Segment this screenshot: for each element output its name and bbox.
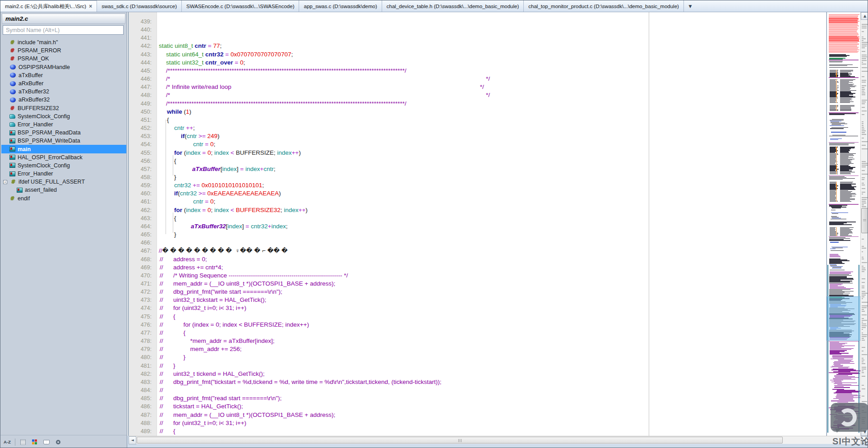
- symbol-item-bsp-psram-readdata[interactable]: BSP_PSRAM_ReadData: [1, 129, 126, 137]
- code-line-455[interactable]: 455:for (index = 0; index < BUFFERSIZE; …: [129, 149, 826, 157]
- symbol-item-buffersize32[interactable]: BUFFERSIZE32: [1, 104, 126, 112]
- symbol-item-arxbuffer32[interactable]: aRxBuffer32: [1, 96, 126, 104]
- symbol-groups-button[interactable]: [31, 438, 39, 446]
- symbol-item-atxbuffer32[interactable]: aTxBuffer32: [1, 88, 126, 96]
- horizontal-scrollbar-thumb[interactable]: [137, 437, 783, 443]
- tab-2[interactable]: swas_sdk.c (D:\swassdk\source): [97, 0, 182, 12]
- symbol-item-ifdef-use-full-assert[interactable]: -ifdef USE_FULL_ASSERT: [1, 178, 126, 186]
- code-line-462[interactable]: 462:for (index = 0; index < BUFFERSIZE32…: [129, 206, 826, 214]
- symbol-item-systemclock-config[interactable]: SystemClock_Config: [1, 162, 126, 170]
- code-overview-minimap[interactable]: [826, 12, 860, 436]
- code-line-439[interactable]: 439:: [129, 18, 826, 26]
- scroll-left-arrow-icon[interactable]: ◄: [129, 436, 136, 444]
- code-line-461[interactable]: 461:cntr = 0;: [129, 198, 826, 206]
- vertical-scrollbar[interactable]: ▲ ▼: [860, 12, 868, 436]
- code-line-479[interactable]: 479:// mem_addr += 256;: [129, 345, 826, 353]
- panel-divider[interactable]: [127, 12, 129, 436]
- code-line-477[interactable]: 477:// {: [129, 329, 826, 337]
- code-line-480[interactable]: 480:// }: [129, 353, 826, 361]
- tab-1-active[interactable]: main2.c (E:\公共库halib相关\...\Src)×: [0, 0, 97, 12]
- code-line-485[interactable]: 485:// dbg_print_fmt("read start =======…: [129, 394, 826, 402]
- code-line-448[interactable]: 448:/**/: [129, 91, 826, 99]
- symbol-item-arxbuffer[interactable]: aRxBuffer: [1, 79, 126, 88]
- code-line-487[interactable]: 487:// mem_addr = (__IO uint8_t *)(OCTOS…: [129, 411, 826, 419]
- tab-5[interactable]: chal_device_table.h (D:\swassdk\...\demo…: [382, 0, 524, 12]
- code-line-472[interactable]: 472:// dbg_print_fmt("write start ======…: [129, 288, 826, 296]
- code-line-442[interactable]: 442:static uint8_t cntr = 77;: [129, 42, 826, 50]
- tab-6[interactable]: chal_top_monitor_product.c (D:\swassdk\.…: [524, 0, 684, 12]
- code-line-447[interactable]: 447:/* Infinite write/read loop*/: [129, 83, 826, 91]
- scroll-up-arrow-icon[interactable]: ▲: [861, 12, 868, 20]
- horizontal-scrollbar[interactable]: ◄ ►: [129, 436, 868, 444]
- code-line-451[interactable]: 451:{: [129, 116, 826, 124]
- scroll-right-arrow-icon[interactable]: ►: [861, 436, 868, 444]
- line-number: 480:: [129, 353, 154, 361]
- symbol-item-include-main-h-[interactable]: include "main.h": [1, 38, 126, 46]
- code-line-450[interactable]: 450:while (1): [129, 108, 826, 116]
- code-line-453[interactable]: 453:if(cntr >= 249): [129, 132, 826, 140]
- symbol-item-main[interactable]: main: [1, 145, 126, 153]
- tab-close-icon[interactable]: ×: [89, 4, 92, 9]
- code-line-486[interactable]: 486:// tickstart = HAL_GetTick();: [129, 402, 826, 411]
- symbol-item-psram-error[interactable]: PSRAM_ERROR: [1, 46, 126, 55]
- code-line-489[interactable]: 489:// {: [129, 427, 826, 435]
- symbol-item-assert-failed[interactable]: assert_failed: [1, 186, 126, 194]
- code-line-440[interactable]: 440:: [129, 26, 826, 34]
- code-line-449[interactable]: 449:/***********************************…: [129, 100, 826, 108]
- code-line-473[interactable]: 473:// uint32_t tickstart = HAL_GetTick(…: [129, 296, 826, 304]
- tab-overflow-chevron-down-icon[interactable]: ▼: [684, 0, 697, 12]
- code-line-471[interactable]: 471:// mem_addr = (__IO uint8_t *)(OCTOS…: [129, 280, 826, 288]
- tree-collapse-minus-icon[interactable]: -: [3, 180, 7, 184]
- settings-gear-button[interactable]: [54, 438, 62, 446]
- minimap-viewport-highlight[interactable]: [827, 296, 861, 341]
- tab-4[interactable]: app_swas.c (D:\swassdk\demo): [299, 0, 382, 12]
- symbol-item-error-handler[interactable]: Error_Handler: [1, 170, 126, 178]
- symbol-item-error-handler[interactable]: Error_Handler: [1, 120, 126, 129]
- symbol-item-endif[interactable]: endif: [1, 194, 126, 203]
- code-line-459[interactable]: 459:cntr32 += 0x0101010101010101;: [129, 181, 826, 189]
- code-line-475[interactable]: 475:// {: [129, 313, 826, 321]
- code-line-460[interactable]: 460:if(cntr32 >= 0xEAEAEAEAEAEAEAEA): [129, 189, 826, 198]
- vertical-scrollbar-thumb[interactable]: [861, 208, 868, 233]
- symbol-item-psram-ok[interactable]: PSRAM_OK: [1, 55, 126, 63]
- code-line-468[interactable]: 468:// address = 0;: [129, 255, 826, 263]
- scroll-down-arrow-icon[interactable]: ▼: [861, 428, 868, 436]
- code-line-464[interactable]: 464:aTxBuffer32[index] = cntr32+index;: [129, 222, 826, 231]
- code-line-446[interactable]: 446:/**/: [129, 75, 826, 83]
- code-line-443[interactable]: 443:static uint64_t cntr32 = 0x070707070…: [129, 51, 826, 59]
- symbol-item-systemclock-config[interactable]: SystemClock_Config: [1, 112, 126, 120]
- tab-3[interactable]: SWASEncode.c (D:\swassdk\...\SWASEncode): [182, 0, 299, 12]
- code-line-476[interactable]: 476:// for (index = 0; index < BUFFERSIZ…: [129, 321, 826, 329]
- code-line-463[interactable]: 463:{: [129, 214, 826, 222]
- code-line-469[interactable]: 469:// address += cntr*4;: [129, 263, 826, 272]
- code-line-444[interactable]: 444:static uint32_t cntr_over = 0;: [129, 59, 826, 67]
- code-line-474[interactable]: 474:// for (uint32_t i=0; i< 31; i++): [129, 304, 826, 312]
- code-line-457[interactable]: 457:aTxBuffer[index] = index+cntr;: [129, 165, 826, 173]
- code-line-483[interactable]: 483:// dbg_print_fmt("tickstart = %d,tic…: [129, 378, 826, 386]
- code-line-481[interactable]: 481:// }: [129, 362, 826, 370]
- symbol-search-input[interactable]: [3, 25, 124, 35]
- book-view-button[interactable]: [42, 438, 51, 446]
- code-line-478[interactable]: 478:// *mem_addr = aTxBuffer[index];: [129, 337, 826, 345]
- code-line-470[interactable]: 470:// /* Writing Sequence -------------…: [129, 272, 826, 280]
- code-line-482[interactable]: 482:// uint32_t tickend = HAL_GetTick();: [129, 370, 826, 378]
- code-line-445[interactable]: 445:/***********************************…: [129, 67, 826, 75]
- code-line-484[interactable]: 484://: [129, 386, 826, 394]
- code-line-465[interactable]: 465:}: [129, 231, 826, 239]
- code-line-452[interactable]: 452:cntr ++;: [129, 124, 826, 132]
- symbol-item-ospipsramhandle[interactable]: OSPIPSRAMHandle: [1, 63, 126, 71]
- code-line-466[interactable]: 466:: [129, 239, 826, 247]
- symbol-item-hal-ospi-errorcallback[interactable]: HAL_OSPI_ErrorCallback: [1, 153, 126, 162]
- code-line-441[interactable]: 441:: [129, 34, 826, 42]
- code-line-488[interactable]: 488:// for (uint32_t i=0; i< 31; i++): [129, 419, 826, 427]
- code-line-454[interactable]: 454:cntr = 0;: [129, 140, 826, 148]
- code-line-458[interactable]: 458:}: [129, 173, 826, 181]
- code-line-467[interactable]: 467://� � � � � � � � � ♀�� � ⌐ �� �: [129, 247, 826, 255]
- code-line-456[interactable]: 456:{: [129, 157, 826, 165]
- symbol-item-atxbuffer[interactable]: aTxBuffer: [1, 71, 126, 79]
- code-text: // uint32_t tickstart = HAL_GetTick();: [159, 296, 266, 304]
- list-view-button[interactable]: [19, 438, 27, 446]
- symbol-item-bsp-psram-writedata[interactable]: BSP_PSRAM_WriteData: [1, 137, 126, 145]
- sort-alphabetic-button[interactable]: A-Z: [3, 438, 11, 446]
- code-editor[interactable]: 439:440:441:442:static uint8_t cntr = 77…: [129, 12, 826, 436]
